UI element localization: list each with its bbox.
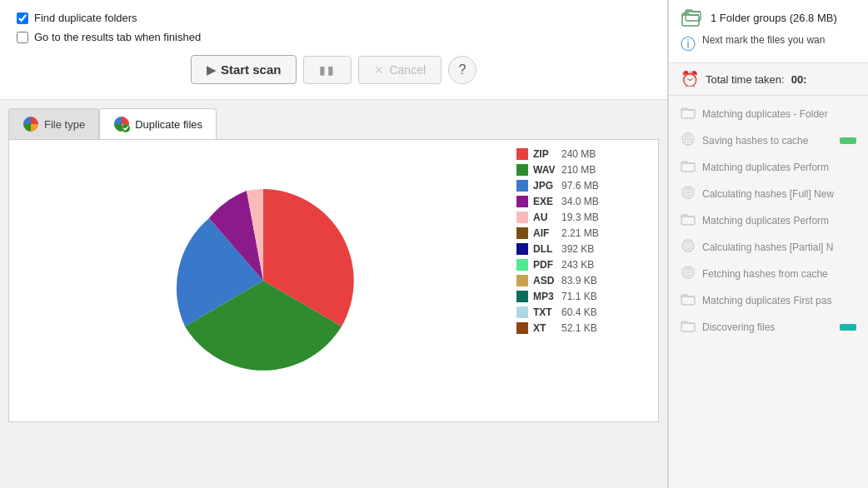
find-duplicates-label: Find duplicate folders xyxy=(34,12,137,24)
progress-item: Calculating hashes [Full] New xyxy=(669,181,868,207)
find-duplicates-checkbox[interactable] xyxy=(17,12,28,24)
svg-point-19 xyxy=(687,271,690,274)
legend-item: DLL 392 KB xyxy=(516,243,646,255)
svg-point-12 xyxy=(687,192,690,194)
legend-item: JPG 97.6 MB xyxy=(516,180,646,192)
folder-groups-icon xyxy=(681,8,704,27)
time-row: ⏰ Total time taken: 00: xyxy=(669,63,868,96)
pause-button[interactable]: ▮▮ xyxy=(303,56,352,84)
legend-name: ASD xyxy=(533,275,556,286)
legend-item: XT 52.1 KB xyxy=(516,322,646,334)
legend-color-box xyxy=(516,291,528,302)
cancel-button[interactable]: ✕ Cancel xyxy=(358,56,441,84)
progress-item: Calculating hashes [Partial] N xyxy=(669,234,868,261)
legend-color-box xyxy=(516,275,528,286)
duplicate-files-tab-icon xyxy=(113,116,130,132)
info-icon: ⓘ xyxy=(681,34,696,54)
legend-item: MP3 71.1 KB xyxy=(516,291,646,302)
tab-duplicate-files-label: Duplicate files xyxy=(135,118,202,131)
question-mark-icon: ? xyxy=(459,62,466,77)
clock-icon: ⏰ xyxy=(681,70,699,88)
legend-color-box xyxy=(516,322,528,334)
legend-color-box xyxy=(516,227,528,239)
next-mark-text: Next mark the files you wan xyxy=(702,33,825,47)
progress-item-icon xyxy=(681,132,696,150)
main-container: Find duplicate folders Go to the results… xyxy=(0,0,868,488)
legend-color-box xyxy=(516,259,528,271)
progress-item-text: Calculating hashes [Full] New xyxy=(702,188,856,200)
goto-results-checkbox[interactable] xyxy=(17,32,28,43)
folder-groups-row: 1 Folder groups (26.8 MB) xyxy=(681,8,856,27)
progress-list: Matching duplicates - Folder Saving hash… xyxy=(669,96,868,488)
action-buttons-row: ▶ Start scan ▮▮ ✕ Cancel ? xyxy=(17,55,651,84)
legend-item: AIF 2.21 MB xyxy=(516,227,646,239)
legend-color-box xyxy=(516,164,528,176)
legend-item: EXE 34.0 MB xyxy=(516,196,646,207)
progress-item: Matching duplicates Perform xyxy=(669,207,868,234)
pie-chart-area xyxy=(17,148,508,413)
tab-duplicate-files[interactable]: Duplicate files xyxy=(99,108,217,139)
progress-item: Matching duplicates - Folder xyxy=(669,101,868,127)
legend-name: AIF xyxy=(533,227,556,239)
legend-size: 97.6 MB xyxy=(561,180,599,192)
svg-point-16 xyxy=(687,245,690,247)
legend-name: ZIP xyxy=(533,148,556,160)
legend-name: AU xyxy=(533,212,556,223)
progress-item-icon xyxy=(681,265,696,283)
legend-size: 52.1 KB xyxy=(561,322,597,334)
svg-rect-13 xyxy=(681,217,695,225)
progress-bar xyxy=(840,324,856,331)
right-panel: 1 Folder groups (26.8 MB) ⓘ Next mark th… xyxy=(668,0,868,488)
progress-item: Discovering files xyxy=(669,314,868,341)
legend-color-box xyxy=(516,148,528,160)
start-scan-label: Start scan xyxy=(221,62,282,77)
total-time-label: Total time taken: xyxy=(706,73,785,86)
legend-name: JPG xyxy=(533,180,556,192)
progress-item-icon xyxy=(681,185,696,203)
svg-rect-21 xyxy=(681,323,695,331)
tab-content: ZIP 240 MB WAV 210 MB JPG 97.6 MB EXE 34… xyxy=(8,139,659,422)
tab-file-type[interactable]: File type xyxy=(8,108,99,139)
info-row: ⓘ Next mark the files you wan xyxy=(681,33,856,54)
legend-color-box xyxy=(516,243,528,255)
legend-color-box xyxy=(516,196,528,207)
legend-size: 392 KB xyxy=(561,243,594,255)
legend-size: 71.1 KB xyxy=(561,291,597,302)
options-area: Find duplicate folders Go to the results… xyxy=(0,0,667,100)
legend-size: 240 MB xyxy=(561,148,596,160)
legend-name: XT xyxy=(533,322,556,334)
progress-item-text: Matching duplicates Perform xyxy=(702,215,856,227)
progress-item-icon xyxy=(681,159,696,176)
legend-size: 2.21 MB xyxy=(561,227,599,239)
legend-size: 19.3 MB xyxy=(561,212,599,223)
svg-rect-5 xyxy=(681,110,695,118)
progress-item-text: Matching duplicates First pas xyxy=(702,295,856,306)
pause-icon: ▮▮ xyxy=(319,63,336,77)
find-duplicates-row: Find duplicate folders xyxy=(17,12,651,24)
tab-file-type-label: File type xyxy=(44,118,85,131)
progress-item: Matching duplicates First pas xyxy=(669,287,868,314)
cancel-label: Cancel xyxy=(389,63,426,77)
progress-item-icon xyxy=(681,319,696,336)
svg-rect-9 xyxy=(681,163,695,172)
progress-item-icon xyxy=(681,106,696,122)
progress-item-icon xyxy=(681,212,696,229)
help-button[interactable]: ? xyxy=(448,56,476,84)
start-scan-button[interactable]: ▶ Start scan xyxy=(191,55,297,84)
legend-item: AU 19.3 MB xyxy=(516,212,646,223)
goto-results-row: Go to the results tab when finished xyxy=(17,31,651,43)
progress-item-icon xyxy=(681,292,696,309)
legend-size: 243 KB xyxy=(561,259,594,271)
svg-rect-20 xyxy=(681,296,695,305)
progress-item: Fetching hashes from cache xyxy=(669,261,868,287)
legend-item: ZIP 240 MB xyxy=(516,148,646,160)
cancel-x-icon: ✕ xyxy=(374,63,384,77)
legend-color-box xyxy=(516,306,528,318)
legend-name: TXT xyxy=(533,306,556,318)
legend-item: PDF 243 KB xyxy=(516,259,646,271)
legend-item: ASD 83.9 KB xyxy=(516,275,646,286)
progress-bar xyxy=(840,137,856,144)
progress-item-text: Matching duplicates - Folder xyxy=(702,108,856,120)
legend-name: DLL xyxy=(533,243,556,255)
legend-size: 60.4 KB xyxy=(561,306,597,318)
